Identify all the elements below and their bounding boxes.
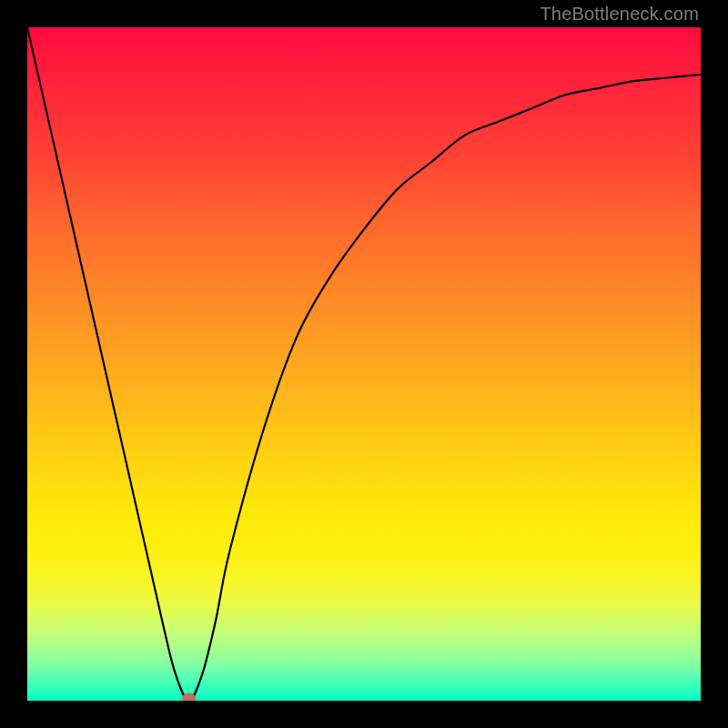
plot-area [27, 27, 701, 701]
chart-svg [27, 27, 701, 701]
bottleneck-curve [27, 27, 701, 701]
chart-frame: TheBottleneck.com [0, 0, 728, 728]
minimum-marker [183, 693, 196, 701]
watermark-text: TheBottleneck.com [540, 4, 699, 25]
